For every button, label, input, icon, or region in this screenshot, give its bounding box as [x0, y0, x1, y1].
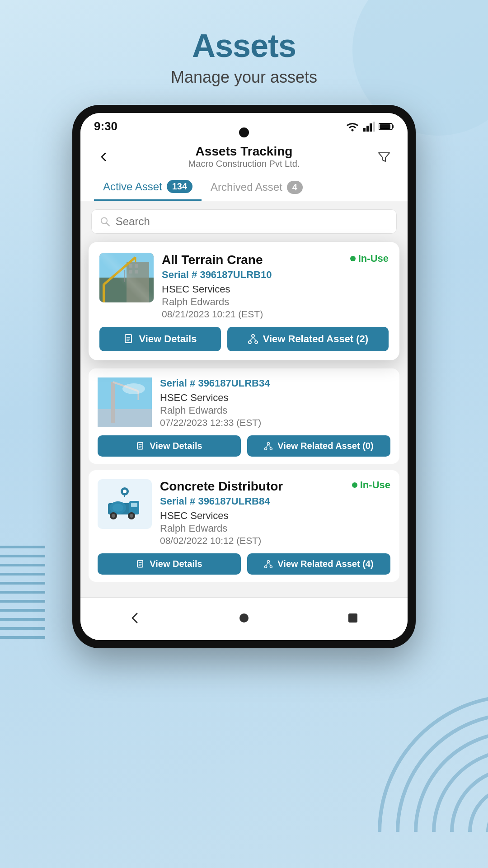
svg-point-84 [239, 613, 249, 623]
camera-dot [239, 127, 249, 137]
tab-archived-label: Archived Asset [211, 181, 282, 193]
nav-back-icon [128, 611, 142, 625]
wifi-icon [345, 122, 360, 132]
back-button[interactable] [94, 147, 114, 167]
nav-recent-icon [347, 612, 359, 624]
tab-active-label: Active Asset [103, 180, 162, 193]
battery-icon [379, 123, 394, 131]
svg-line-63 [268, 444, 271, 448]
asset-person-crane2: Ralph Edwards [160, 405, 390, 416]
svg-point-80 [265, 566, 267, 568]
tab-active-count: 134 [167, 180, 192, 193]
svg-rect-29 [99, 278, 154, 302]
asset-date-truck: 08/02/2022 10:12 (EST) [160, 535, 390, 546]
svg-rect-25 [380, 124, 390, 129]
card-info-crane2: Serial # 396187ULRB34 HSEC Services Ralp… [160, 377, 390, 428]
app-header: Assets Tracking Macro Construction Pvt L… [80, 138, 408, 201]
tab-archived-count: 4 [287, 181, 303, 194]
svg-rect-85 [348, 613, 357, 623]
asset-company-crane2: HSEC Services [160, 392, 390, 404]
card-buttons-crane: View Details View Related Asset (2) [99, 327, 389, 351]
status-bar: 9:30 [80, 113, 408, 138]
svg-point-46 [255, 341, 258, 344]
svg-line-27 [106, 223, 109, 226]
view-details-label-crane2: View Details [150, 441, 202, 451]
search-icon [100, 216, 110, 227]
status-dot-crane [350, 256, 356, 261]
search-bar[interactable] [91, 209, 397, 234]
search-input[interactable] [116, 215, 388, 228]
svg-rect-32 [129, 264, 132, 268]
svg-line-48 [253, 337, 256, 341]
asset-serial-truck: Serial # 396187ULRB84 [160, 495, 390, 507]
page-title: Assets [18, 27, 470, 64]
tab-archived-asset[interactable]: Archived Asset 4 [202, 175, 312, 200]
phone-screen: 9:30 [80, 113, 408, 640]
asset-image-truck [98, 479, 152, 529]
asset-image-crane [99, 253, 154, 302]
svg-rect-28 [99, 253, 154, 302]
svg-point-45 [249, 341, 251, 344]
view-related-label-truck: View Related Asset (4) [277, 559, 373, 569]
svg-rect-40 [125, 335, 131, 343]
view-related-button-truck[interactable]: View Related Asset (4) [247, 553, 390, 575]
svg-point-44 [252, 335, 254, 337]
status-badge-crane: In-Use [350, 253, 389, 264]
search-bar-wrap [80, 201, 408, 242]
tab-active-asset[interactable]: Active Asset 134 [94, 174, 202, 201]
back-arrow-icon [99, 152, 109, 162]
svg-point-12 [470, 787, 488, 832]
status-label-truck: In-Use [360, 479, 390, 491]
svg-rect-75 [138, 560, 143, 567]
page-header: Assets Manage your assets [0, 0, 488, 100]
svg-rect-33 [135, 264, 138, 268]
svg-point-74 [130, 514, 133, 518]
svg-point-72 [112, 514, 115, 518]
signal-icon [363, 122, 375, 132]
view-related-label-crane: View Related Asset (2) [263, 333, 369, 345]
asset-serial-crane: Serial # 396187ULRB10 [162, 269, 389, 281]
svg-rect-22 [373, 122, 375, 132]
asset-company-crane: HSEC Services [162, 283, 389, 295]
view-details-button-crane[interactable]: View Details [99, 327, 221, 351]
svg-line-62 [266, 444, 269, 448]
page-subtitle: Manage your assets [18, 68, 470, 87]
svg-point-60 [265, 448, 267, 450]
filter-button[interactable] [374, 147, 394, 167]
document-icon [123, 334, 134, 344]
svg-rect-21 [370, 123, 372, 132]
view-details-button-crane2[interactable]: View Details [98, 435, 241, 457]
nav-recent-button[interactable] [342, 607, 364, 629]
svg-rect-51 [111, 382, 115, 423]
status-badge-truck: In-Use [352, 479, 390, 491]
card-buttons-truck: View Details View Related Asset (4) [98, 553, 390, 575]
asset-name-truck: Concrete Distributor [160, 479, 283, 494]
bg-decoration-circle-bottom [371, 687, 488, 832]
svg-rect-20 [366, 126, 369, 132]
view-related-label-crane2: View Related Asset (0) [277, 441, 373, 451]
card-crane2: Serial # 396187ULRB34 HSEC Services Ralp… [89, 368, 399, 464]
svg-point-79 [267, 560, 270, 562]
asset-company-truck: HSEC Services [160, 510, 390, 522]
svg-point-65 [123, 490, 127, 493]
hierarchy-icon2 [264, 442, 273, 451]
svg-point-18 [352, 129, 354, 131]
asset-date-crane: 08/21/2023 10:21 (EST) [162, 309, 389, 320]
nav-home-button[interactable] [233, 607, 255, 629]
svg-rect-30 [99, 253, 154, 278]
asset-serial-crane2: Serial # 396187ULRB34 [160, 377, 390, 389]
svg-line-47 [250, 337, 253, 341]
nav-back-button[interactable] [124, 607, 146, 629]
status-time: 9:30 [94, 119, 117, 133]
view-related-button-crane2[interactable]: View Related Asset (0) [247, 435, 390, 457]
view-details-button-truck[interactable]: View Details [98, 553, 241, 575]
bottom-nav [80, 597, 408, 640]
document-icon3 [136, 560, 145, 569]
hierarchy-icon3 [264, 560, 273, 569]
view-related-button-crane[interactable]: View Related Asset (2) [227, 327, 389, 351]
view-details-label-truck: View Details [150, 559, 202, 569]
svg-rect-31 [127, 262, 149, 302]
filter-icon [377, 150, 391, 164]
card-concrete-distributor: Concrete Distributor In-Use Serial # 396… [89, 470, 399, 582]
status-dot-truck [352, 482, 357, 488]
